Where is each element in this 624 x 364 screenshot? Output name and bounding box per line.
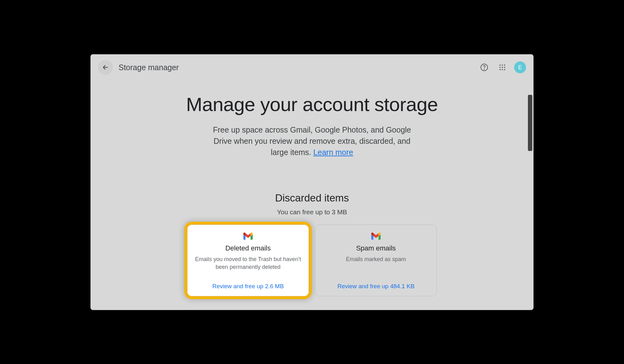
help-button[interactable]	[478, 61, 490, 74]
card-title: Deleted emails	[225, 244, 271, 252]
card-title: Spam emails	[356, 244, 396, 252]
spam-emails-card[interactable]: Spam emails Emails marked as spam Review…	[315, 225, 437, 296]
subtitle-text: Free up space across Gmail, Google Photo…	[213, 125, 411, 157]
learn-more-link[interactable]: Learn more	[313, 148, 353, 157]
svg-point-7	[502, 67, 503, 68]
gmail-icon	[243, 232, 253, 240]
discarded-section-title: Discarded items	[103, 192, 521, 204]
discarded-section-subtitle: You can free up to 3 MB	[103, 208, 521, 216]
main-content: Manage your account storage Free up spac…	[90, 81, 534, 297]
gmail-icon	[371, 232, 381, 240]
help-icon	[480, 63, 488, 71]
svg-point-5	[504, 65, 505, 66]
svg-point-4	[502, 65, 503, 66]
main-heading: Manage your account storage	[103, 93, 521, 115]
card-description: Emails marked as spam	[346, 255, 406, 277]
page-title: Storage manager	[119, 63, 478, 72]
svg-point-10	[502, 69, 503, 70]
review-deleted-button[interactable]: Review and free up 2.6 MB	[212, 283, 284, 290]
account-avatar[interactable]: E	[514, 61, 526, 73]
svg-point-11	[504, 69, 505, 70]
storage-manager-window: Storage manager E Manage your account st…	[90, 54, 534, 310]
main-subtitle: Free up space across Gmail, Google Photo…	[212, 124, 412, 158]
card-description: Emails you moved to the Trash but haven'…	[194, 255, 302, 277]
header-bar: Storage manager E	[90, 54, 534, 81]
review-spam-button[interactable]: Review and free up 484.1 KB	[337, 283, 414, 290]
svg-point-6	[500, 67, 501, 68]
back-button[interactable]	[98, 60, 113, 75]
deleted-emails-card[interactable]: Deleted emails Emails you moved to the T…	[187, 225, 309, 296]
apps-grid-icon	[499, 64, 506, 71]
svg-point-3	[500, 65, 501, 66]
header-actions: E	[478, 61, 526, 74]
svg-point-2	[484, 69, 484, 69]
deleted-emails-card-wrap: Deleted emails Emails you moved to the T…	[187, 225, 309, 296]
vertical-scrollbar[interactable]	[528, 95, 532, 151]
discarded-cards-row: Deleted emails Emails you moved to the T…	[103, 225, 521, 296]
svg-point-9	[500, 69, 501, 70]
apps-button[interactable]	[496, 61, 509, 74]
arrow-left-icon	[102, 64, 109, 71]
svg-point-8	[504, 67, 505, 68]
spam-emails-card-wrap: Spam emails Emails marked as spam Review…	[315, 225, 437, 296]
